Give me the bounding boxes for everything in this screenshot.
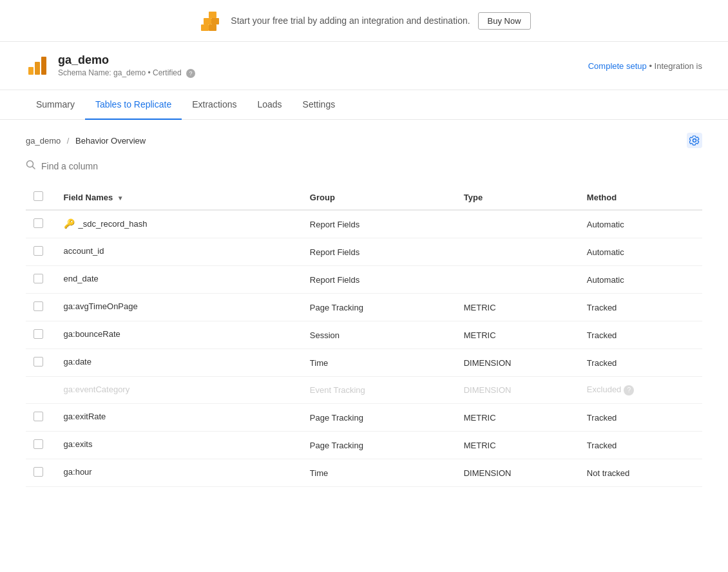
row-checkbox[interactable] xyxy=(34,246,43,256)
tab-extractions[interactable]: Extractions xyxy=(182,90,247,120)
svg-rect-2 xyxy=(211,18,219,24)
table-row: ga:dateTimeDIMENSIONTracked xyxy=(26,349,702,377)
breadcrumb: ga_demo / Behavior Overview xyxy=(26,136,146,146)
table-row: ga:exitRatePage TrackingMETRICTracked xyxy=(26,404,702,432)
search-input[interactable] xyxy=(41,161,235,171)
row-checkbox[interactable] xyxy=(34,439,43,449)
field-name-cell: ga:exits xyxy=(56,432,302,457)
tab-loads[interactable]: Loads xyxy=(247,90,292,120)
sort-icon[interactable]: ▼ xyxy=(117,195,124,202)
method-value: Automatic xyxy=(587,247,624,257)
integration-logo-icon xyxy=(26,54,49,77)
banner-text: Start your free trial by adding an integ… xyxy=(231,15,470,26)
group-cell: Page Tracking xyxy=(302,404,456,432)
breadcrumb-row: ga_demo / Behavior Overview xyxy=(26,133,702,148)
type-cell: METRIC xyxy=(456,321,579,349)
method-cell: Excluded? xyxy=(579,377,702,404)
field-name-cell: ga:eventCategory xyxy=(56,377,302,402)
field-names-column-header: Field Names ▼ xyxy=(56,185,302,210)
field-name-text: ga:avgTimeOnPage xyxy=(64,301,138,311)
method-value: Tracked xyxy=(587,413,617,423)
buy-now-button[interactable]: Buy Now xyxy=(478,12,531,30)
field-name-cell: ga:avgTimeOnPage xyxy=(56,294,302,319)
field-name-text: account_id xyxy=(64,246,104,256)
row-checkbox-cell xyxy=(26,349,56,377)
method-column-header: Method xyxy=(579,185,702,210)
table-row: ga:exitsPage TrackingMETRICTracked xyxy=(26,432,702,459)
row-checkbox[interactable] xyxy=(34,218,43,228)
field-name-text: ga:exits xyxy=(64,439,93,449)
row-checkbox-cell xyxy=(26,238,56,266)
integration-details: ga_demo Schema Name: ga_demo • Certified… xyxy=(58,53,195,78)
field-name-cell: ga:hour xyxy=(56,459,302,484)
row-checkbox-cell xyxy=(26,321,56,349)
row-checkbox-cell xyxy=(26,459,56,487)
method-cell: Tracked xyxy=(579,404,702,432)
select-all-checkbox[interactable] xyxy=(34,191,43,201)
type-cell xyxy=(456,238,579,266)
svg-rect-6 xyxy=(35,62,40,75)
integration-info: ga_demo Schema Name: ga_demo • Certified… xyxy=(26,53,195,78)
group-column-header: Group xyxy=(302,185,456,210)
gear-icon xyxy=(689,135,700,146)
integration-status: Complete setup • Integration is xyxy=(588,61,702,71)
group-cell: Report Fields xyxy=(302,238,456,266)
tab-summary[interactable]: Summary xyxy=(26,90,85,120)
table-row: ga:bounceRateSessionMETRICTracked xyxy=(26,321,702,349)
group-cell: Session xyxy=(302,321,456,349)
row-checkbox[interactable] xyxy=(34,357,43,367)
row-checkbox-cell xyxy=(26,294,56,321)
complete-setup-link[interactable]: Complete setup xyxy=(588,61,647,71)
method-value: Not tracked xyxy=(587,468,629,478)
field-name-cell: account_id xyxy=(56,238,302,263)
group-cell: Report Fields xyxy=(302,266,456,294)
method-cell: Tracked xyxy=(579,294,702,321)
table-row: ga:hourTimeDIMENSIONNot tracked xyxy=(26,459,702,487)
main-content: ga_demo / Behavior Overview xyxy=(0,120,728,500)
method-value: Excluded xyxy=(587,385,621,394)
top-banner: Start your free trial by adding an integ… xyxy=(0,0,728,42)
svg-rect-0 xyxy=(209,12,216,18)
breadcrumb-parent[interactable]: ga_demo xyxy=(26,136,61,146)
row-checkbox[interactable] xyxy=(34,467,43,477)
method-value: Automatic xyxy=(587,275,624,285)
type-column-header: Type xyxy=(456,185,579,210)
svg-rect-1 xyxy=(204,18,211,24)
svg-rect-5 xyxy=(28,67,34,75)
table-row: ga:eventCategoryEvent TrackingDIMENSIONE… xyxy=(26,377,702,404)
svg-rect-7 xyxy=(41,57,46,75)
tab-settings[interactable]: Settings xyxy=(292,90,346,120)
integration-name: ga_demo xyxy=(58,53,195,67)
select-all-header xyxy=(26,185,56,210)
method-cell: Automatic xyxy=(579,238,702,266)
field-name-cell: ga:date xyxy=(56,349,302,374)
table-header: Field Names ▼ Group Type Method xyxy=(26,185,702,210)
row-checkbox[interactable] xyxy=(34,329,43,339)
type-cell: METRIC xyxy=(456,404,579,432)
row-checkbox[interactable] xyxy=(34,301,43,311)
certified-info-icon[interactable]: ? xyxy=(186,69,195,78)
stitch-logo-icon xyxy=(197,8,223,33)
method-cell: Not tracked xyxy=(579,459,702,487)
method-value: Tracked xyxy=(587,330,617,340)
svg-rect-3 xyxy=(201,24,209,31)
table-body: 🔑_sdc_record_hashReport FieldsAutomatica… xyxy=(26,210,702,487)
table-row: end_dateReport FieldsAutomatic xyxy=(26,266,702,294)
type-cell xyxy=(456,210,579,238)
key-icon: 🔑 xyxy=(64,218,75,229)
row-checkbox[interactable] xyxy=(34,412,43,421)
type-cell: DIMENSION xyxy=(456,349,579,377)
type-cell: METRIC xyxy=(456,294,579,321)
table-row: ga:avgTimeOnPagePage TrackingMETRICTrack… xyxy=(26,294,702,321)
tab-tables-to-replicate[interactable]: Tables to Replicate xyxy=(85,90,182,120)
method-cell: Automatic xyxy=(579,266,702,294)
group-cell: Time xyxy=(302,459,456,487)
field-name-cell: end_date xyxy=(56,266,302,291)
table-settings-button[interactable] xyxy=(687,133,702,148)
method-info-icon[interactable]: ? xyxy=(624,385,634,396)
method-cell: Tracked xyxy=(579,432,702,459)
search-row xyxy=(26,160,702,172)
method-value: Automatic xyxy=(587,220,624,229)
field-name-text: ga:exitRate xyxy=(64,412,106,421)
row-checkbox[interactable] xyxy=(34,274,43,283)
